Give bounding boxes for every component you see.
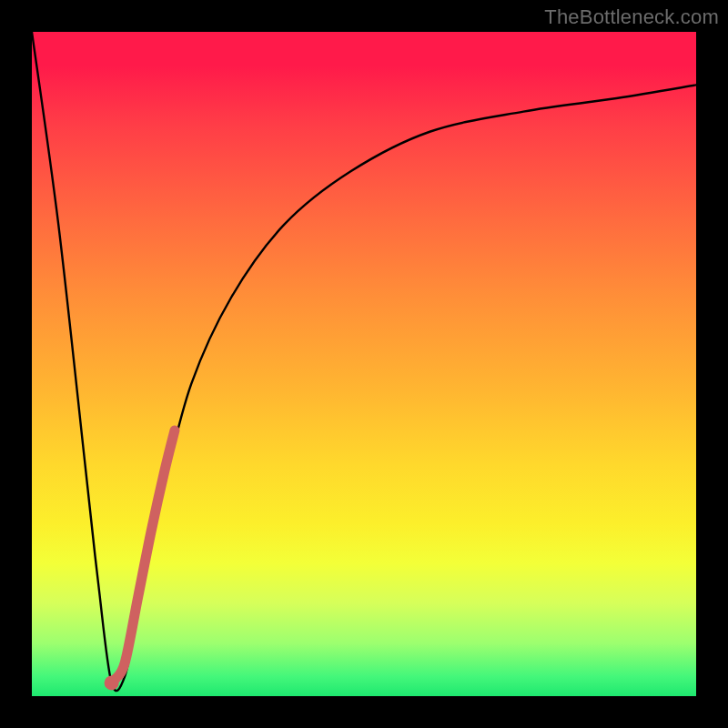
bottleneck-curve-path bbox=[32, 32, 696, 691]
curve-layer bbox=[32, 32, 696, 696]
highlight-dot bbox=[105, 675, 119, 690]
chart-frame: TheBottleneck.com bbox=[0, 0, 728, 728]
plot-area bbox=[32, 32, 696, 696]
watermark-label: TheBottleneck.com bbox=[544, 5, 719, 29]
bottleneck-curve bbox=[32, 32, 696, 691]
highlight-segment-path bbox=[115, 430, 175, 680]
highlight-segment bbox=[115, 430, 175, 680]
highlight-dot-circle bbox=[105, 675, 119, 690]
